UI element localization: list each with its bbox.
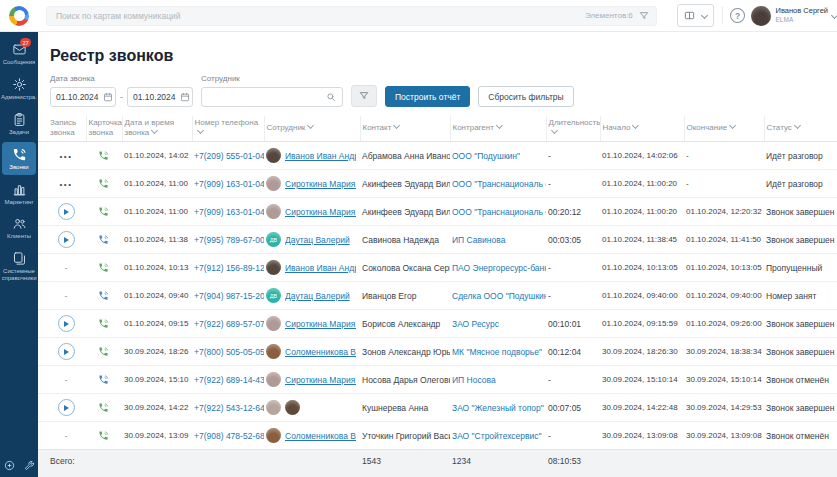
incoming-call-icon[interactable] (98, 402, 109, 413)
employee-search-input[interactable] (201, 87, 343, 107)
column-header[interactable]: Начало (600, 116, 684, 142)
play-record-button[interactable] (58, 315, 75, 332)
reset-filters-button[interactable]: Сбросить фильтры (478, 86, 573, 107)
incoming-call-icon[interactable] (98, 262, 109, 273)
phone-number-link[interactable]: +7(904) 987-15-20 (194, 291, 264, 301)
counterparty-link[interactable]: ПАО Энергоресурс-банк (452, 263, 546, 273)
column-header[interactable]: Контакт (360, 116, 450, 142)
sidebar-item-system-directories[interactable]: Системные справочники (2, 246, 36, 286)
chevron-down-icon[interactable] (632, 122, 639, 129)
incoming-call-icon[interactable] (98, 206, 109, 217)
calendar-icon[interactable] (180, 92, 190, 102)
outgoing-call-icon[interactable] (98, 234, 109, 245)
user-menu[interactable]: Иванов Сергей ELMA (776, 7, 829, 23)
chevron-down-icon[interactable] (729, 122, 736, 129)
sidebar-item-messages[interactable]: 27Сообщения (2, 37, 36, 70)
column-header[interactable]: Контрагент (450, 116, 546, 142)
calls-table-totals: Всего:1543123408:10:53 (38, 450, 837, 473)
chevron-down-icon[interactable] (307, 122, 314, 129)
incoming-call-icon[interactable] (98, 178, 109, 189)
employee-link[interactable]: Иванов Иван Андр... (285, 263, 356, 273)
status-cell: Звонок завершен (764, 226, 837, 254)
counterparty-link[interactable]: ЗАО "Стройтехсервис" (452, 431, 542, 441)
filter-funnel-icon[interactable] (639, 11, 649, 21)
employee-link[interactable]: Сироткина Мария... (285, 179, 356, 189)
chevron-down-icon[interactable] (496, 122, 503, 129)
counterparty-link[interactable]: ЗАО Ресурс (452, 319, 499, 329)
sidebar-item-calls[interactable]: Звонки (2, 142, 36, 175)
counterparty-link[interactable]: ООО "Подушкин" (452, 151, 520, 161)
column-header[interactable]: Длительность (546, 116, 600, 142)
column-header[interactable]: Карточка звонка (86, 116, 122, 142)
chevron-down-icon[interactable] (393, 122, 400, 129)
employee-link[interactable]: Даутац Валерий (285, 291, 350, 301)
employee-link[interactable]: Соломенникова Вера (285, 347, 356, 357)
employee-link[interactable]: Иванов Иван Андр... (285, 151, 356, 161)
column-header[interactable]: Статус (764, 116, 837, 142)
phone-number-link[interactable]: +7(800) 505-05-05 (194, 347, 264, 357)
phone-number-link[interactable]: +7(209) 555-01-04 (194, 151, 264, 161)
incoming-call-icon[interactable] (98, 318, 109, 329)
global-search[interactable]: Элементов:6 (46, 6, 657, 26)
play-record-button[interactable] (58, 399, 75, 416)
wrench-icon[interactable] (24, 460, 35, 471)
column-header[interactable]: Запись звонка (38, 116, 86, 142)
elma-logo[interactable] (9, 6, 29, 26)
user-menu-chevron-icon[interactable] (831, 12, 837, 19)
status-cell: Идёт разговор (764, 142, 837, 170)
counterparty-link[interactable]: МК "Мясное подворье" (452, 347, 542, 357)
employee-link[interactable]: Даутац Валерий (285, 235, 350, 245)
phone-number-link[interactable]: +7(909) 163-01-04 (194, 207, 264, 217)
calendar-icon[interactable] (103, 92, 113, 102)
call-datetime: 01.10.2024, 14:02 (122, 142, 192, 170)
add-circle-icon[interactable] (4, 460, 15, 471)
column-settings-button[interactable] (677, 4, 714, 27)
incoming-call-icon[interactable] (98, 430, 109, 441)
user-avatar[interactable] (751, 6, 771, 26)
sort-desc-icon[interactable] (151, 127, 158, 134)
phone-number-link[interactable]: +7(908) 478-52-68 (194, 431, 264, 441)
sidebar-item-clients[interactable]: Клиенты (2, 211, 36, 244)
counterparty-link[interactable]: ООО "Транснациональ с... (452, 207, 546, 217)
employee-link[interactable]: Сироткина Мария... (285, 375, 356, 385)
employee-search-field[interactable] (208, 91, 326, 103)
employee-link[interactable]: Сироткина Мария... (285, 319, 356, 329)
phone-number-link[interactable]: +7(922) 543-12-64 (194, 403, 264, 413)
incoming-call-icon[interactable] (98, 150, 109, 161)
outgoing-call-icon[interactable] (98, 374, 109, 385)
chevron-down-icon[interactable] (794, 122, 801, 129)
play-record-button[interactable] (58, 231, 75, 248)
date-from-input[interactable]: 01.10.2024 (50, 87, 116, 107)
incoming-call-icon[interactable] (98, 346, 109, 357)
sidebar-item-marketing[interactable]: Маркетинг (2, 177, 36, 210)
phone-number-link[interactable]: +7(922) 689-14-43 (194, 375, 264, 385)
counterparty-link[interactable]: ЗАО "Железный топор" (452, 403, 544, 413)
play-record-button[interactable] (58, 203, 75, 220)
counterparty-link[interactable]: ИП Савинова (452, 235, 505, 245)
counterparty-link[interactable]: Сделка ООО "Подушкин... (452, 291, 546, 301)
chevron-down-icon[interactable] (550, 127, 557, 134)
sidebar-item-tasks[interactable]: Задачи (2, 107, 36, 140)
advanced-filter-button[interactable] (351, 85, 377, 107)
phone-number-link[interactable]: +7(995) 789-67-00 (194, 235, 264, 245)
counterparty-link[interactable]: ИП Носова (452, 375, 496, 385)
phone-number-link[interactable]: +7(912) 156-89-12 (194, 263, 264, 273)
column-header[interactable]: Окончание (684, 116, 764, 142)
column-header[interactable]: Дата и время звонка (122, 116, 192, 142)
column-header[interactable]: Сотрудник (264, 116, 360, 142)
duration-cell: 00:20:12 (546, 198, 600, 226)
outgoing-call-icon[interactable] (98, 290, 109, 301)
chevron-down-icon[interactable] (196, 127, 203, 134)
build-report-button[interactable]: Построить отчёт (385, 86, 470, 107)
counterparty-link[interactable]: ООО "Транснациональ с... (452, 179, 546, 189)
employee-link[interactable]: Соломенникова Вера (285, 431, 356, 441)
global-search-input[interactable] (54, 10, 585, 22)
help-icon[interactable]: ? (730, 8, 745, 23)
employee-link[interactable]: Сироткина Мария... (285, 207, 356, 217)
play-record-button[interactable] (58, 343, 75, 360)
date-to-input[interactable]: 01.10.2024 (127, 87, 193, 107)
phone-number-link[interactable]: +7(922) 689-57-07 (194, 319, 264, 329)
sidebar-item-administration[interactable]: Администра... (2, 72, 36, 105)
phone-number-link[interactable]: +7(909) 163-01-04 (194, 179, 264, 189)
column-header[interactable]: Номер телефона (192, 116, 264, 142)
